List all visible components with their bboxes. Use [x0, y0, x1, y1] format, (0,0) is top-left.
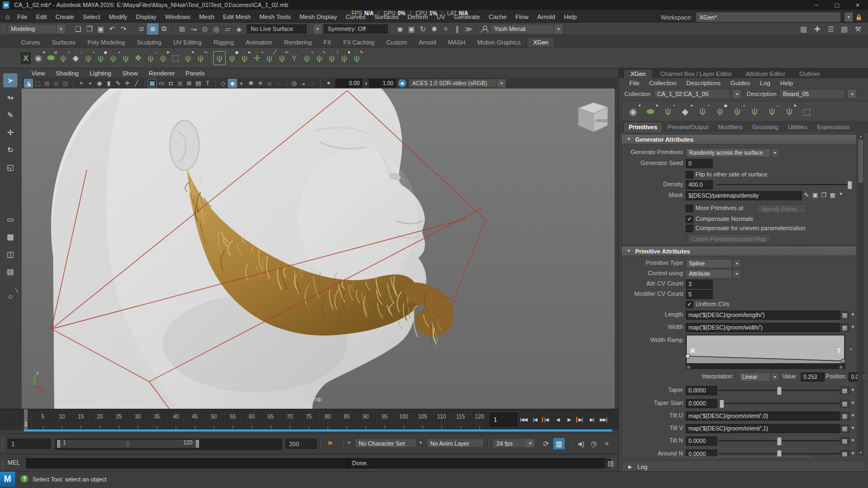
- save-map-icon[interactable]: ▣: [812, 192, 818, 199]
- igs-select-icon[interactable]: ψ➤: [238, 51, 251, 65]
- create-parameterization-map-button[interactable]: Create Parameterization Map: [687, 234, 771, 244]
- menu-cache[interactable]: Cache: [484, 11, 511, 23]
- viewport-canvas[interactable]: FRONT y persp: [22, 88, 615, 409]
- range-end-handle[interactable]: [196, 440, 199, 448]
- uniform-cvs-checkbox[interactable]: ✓: [686, 301, 693, 308]
- mask-caret-icon[interactable]: ▼: [839, 192, 843, 199]
- snap-to-grid-icon[interactable]: ⊞: [176, 23, 188, 35]
- xgen-export-icon[interactable]: ◆▾: [678, 104, 692, 118]
- taper-field[interactable]: 0.0000: [686, 386, 717, 395]
- shelf-tab-surfaces[interactable]: Surfaces: [46, 37, 81, 47]
- guide-add-icon[interactable]: ψ+: [82, 51, 94, 65]
- go-to-end-button[interactable]: ▶▶|: [598, 413, 609, 427]
- taper-texture-icon[interactable]: ▦: [840, 386, 850, 395]
- workspace-caret-icon[interactable]: ▼: [844, 12, 853, 22]
- menu-edit-mesh[interactable]: Edit Mesh: [219, 11, 255, 23]
- xgen-add-description-icon[interactable]: ψ+: [57, 51, 69, 65]
- step-back-frame-button[interactable]: |◀: [529, 413, 540, 427]
- ramp-expand-icon[interactable]: >: [850, 346, 852, 352]
- save-scene-icon[interactable]: ▣: [95, 23, 106, 35]
- command-input[interactable]: [26, 458, 348, 468]
- description-selector[interactable]: Beard_05: [779, 89, 845, 99]
- xgen-tab-primitives[interactable]: Primitives: [623, 122, 663, 132]
- xgen-menu-log[interactable]: Log: [755, 79, 775, 87]
- menu-set-selector[interactable]: Modeling: [7, 24, 57, 34]
- shelf-tab-fx[interactable]: FX: [318, 37, 337, 47]
- guide-select-icon[interactable]: ψ➤: [782, 104, 796, 118]
- menu-mesh[interactable]: Mesh: [195, 11, 219, 23]
- menu-set-caret-icon[interactable]: ▼: [57, 24, 66, 34]
- shelf-tab-fx-caching[interactable]: FX Caching: [337, 37, 380, 47]
- joints-xray-icon[interactable]: ○: [308, 79, 317, 88]
- guide-frame-icon[interactable]: ⬚: [800, 104, 814, 118]
- xgen-update-preview-icon[interactable]: ψ+: [661, 104, 675, 118]
- layout-outliner-pane[interactable]: ▤: [3, 264, 17, 278]
- tilt-n-caret-icon[interactable]: ▼: [851, 438, 855, 443]
- primitive-type-caret-icon[interactable]: ▼: [732, 259, 742, 268]
- open-scene-icon[interactable]: ❐: [84, 23, 95, 35]
- menu-edit[interactable]: Edit: [31, 11, 51, 23]
- render-current-frame-icon[interactable]: ▣: [406, 23, 417, 35]
- igs-noise-icon[interactable]: ψ≈: [301, 51, 313, 65]
- new-scene-icon[interactable]: ❏: [72, 23, 84, 35]
- symmetry-field[interactable]: Symmetry: Off: [324, 24, 388, 34]
- guide-visibility-icon[interactable]: ψ◉: [713, 104, 727, 118]
- shaded-icon[interactable]: ◈: [228, 79, 237, 88]
- igs-part-icon[interactable]: ψ∿: [313, 51, 326, 65]
- pause-viewport-icon[interactable]: ∥: [451, 23, 463, 35]
- tilt-n-slider[interactable]: [718, 440, 840, 441]
- xgen-menu-guides[interactable]: Guides: [725, 79, 755, 87]
- length-caret-icon[interactable]: ▼: [851, 312, 855, 317]
- panel-menu-view[interactable]: View: [26, 69, 50, 78]
- dock-attribute-editor-icon[interactable]: ▤: [839, 23, 850, 35]
- paint-select-tool[interactable]: ✎: [3, 108, 17, 122]
- interpolation-select[interactable]: Linear: [739, 372, 770, 382]
- menu-modify[interactable]: Modify: [105, 11, 132, 23]
- panel-menu-panels[interactable]: Panels: [180, 69, 210, 78]
- timeline-ruler[interactable]: 5101520253035404550556065707580859095100…: [0, 409, 485, 430]
- guide-layers-icon[interactable]: ❖: [132, 51, 144, 65]
- menu-mesh-tools[interactable]: Mesh Tools: [255, 11, 295, 23]
- gate-mask-icon[interactable]: ▣: [175, 79, 184, 88]
- taper-start-field[interactable]: 0.0000: [686, 399, 717, 408]
- menu-display[interactable]: Display: [132, 11, 161, 23]
- mute-sound-icon[interactable]: ◄): [574, 438, 585, 449]
- panel-menu-lighting[interactable]: Lighting: [84, 69, 117, 78]
- menu-help[interactable]: Help: [559, 11, 581, 23]
- dock-tool-settings-icon[interactable]: ⚒: [852, 23, 864, 35]
- modifier-cv-count-field[interactable]: 5: [686, 290, 713, 299]
- shelf-tab-curves[interactable]: Curves: [15, 37, 46, 47]
- igs-sculpt-icon[interactable]: ψ✎: [350, 51, 363, 65]
- bookmark-icon[interactable]: ⚑: [324, 438, 336, 449]
- control-using-caret-icon[interactable]: ▼: [732, 269, 742, 278]
- panel-menu-show[interactable]: Show: [117, 69, 143, 78]
- menu-create[interactable]: Create: [51, 11, 79, 23]
- frame-selected-icon[interactable]: ⬚: [33, 79, 42, 88]
- film-gate-icon[interactable]: ▭: [157, 79, 166, 88]
- width-field[interactable]: map('${DESC}/groom/width/'): [686, 323, 840, 332]
- xgen-tab-expressions[interactable]: Expressions: [812, 122, 854, 132]
- shelf-tab-rigging[interactable]: Rigging: [208, 37, 240, 47]
- redo-icon[interactable]: ↷: [118, 23, 129, 35]
- make-live-icon[interactable]: ◈: [233, 23, 245, 35]
- sidebar-tab-attribute-editor[interactable]: Attribute Editor: [739, 69, 792, 78]
- guide-pair-icon[interactable]: ψ: [119, 51, 132, 65]
- menu-mesh-display[interactable]: Mesh Display: [295, 11, 341, 23]
- width-ramp-widget[interactable]: R T ⊠ ⊠: [686, 334, 845, 369]
- igs-comb-icon[interactable]: ψ╱: [263, 51, 276, 65]
- density-field[interactable]: 400.0: [686, 180, 713, 189]
- igs-add-icon[interactable]: ✛+: [251, 51, 263, 65]
- snap-to-point-icon[interactable]: ⊙: [199, 23, 210, 35]
- xgen-menu-collection[interactable]: Collection: [644, 79, 682, 87]
- width-texture-icon[interactable]: ▦: [840, 324, 850, 332]
- tilt-v-caret-icon[interactable]: ▼: [851, 426, 855, 430]
- frame-all-icon[interactable]: ▦: [42, 79, 52, 88]
- xgen-menu-help[interactable]: Help: [775, 79, 798, 87]
- shelf-tab-xgen[interactable]: XGen: [527, 37, 555, 47]
- xgen-tab-grooming[interactable]: Grooming: [747, 122, 783, 132]
- motion-blur-icon[interactable]: ◌: [274, 79, 283, 88]
- menu-select[interactable]: Select: [79, 11, 105, 23]
- status-grip[interactable]: [2, 24, 5, 33]
- play-backwards-button[interactable]: ◀: [552, 413, 563, 427]
- home-icon[interactable]: ⌂: [0, 12, 13, 23]
